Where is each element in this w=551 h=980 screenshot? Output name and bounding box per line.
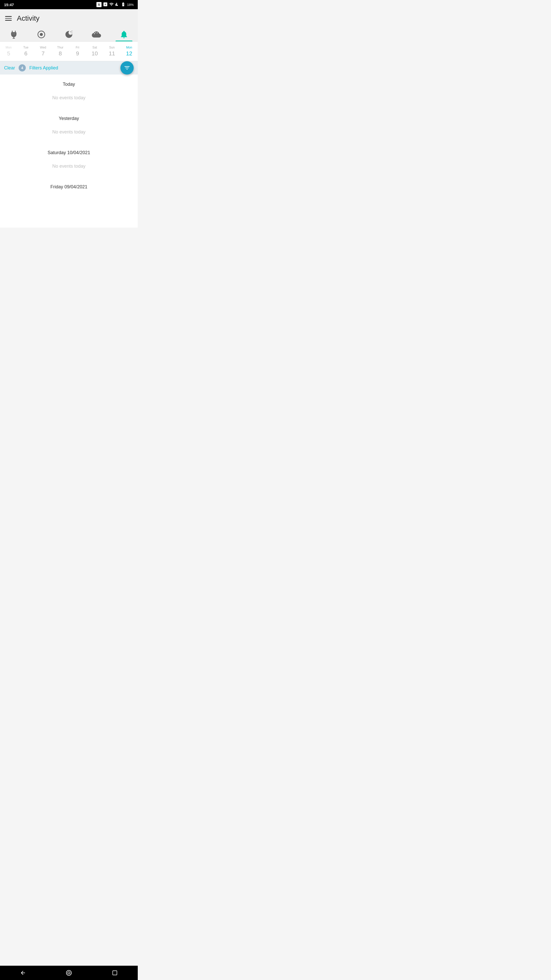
tab-night[interactable]: [60, 27, 77, 41]
yesterday-no-events: No events today: [0, 125, 138, 143]
tab-plug[interactable]: [5, 27, 22, 41]
svg-rect-4: [11, 32, 16, 33]
tab-bell[interactable]: [116, 27, 132, 41]
section-friday-header: Friday 09/04/2021: [0, 177, 138, 194]
svg-point-10: [72, 30, 72, 31]
wifi-icon: [109, 2, 114, 7]
page-title: Activity: [17, 14, 40, 22]
bell-icon: [119, 30, 129, 39]
svg-point-9: [70, 32, 71, 32]
section-yesterday-header: Yesterday: [0, 109, 138, 125]
section-yesterday: Yesterday No events today: [0, 109, 138, 143]
cloud-icon: [92, 30, 101, 39]
status-icons: S 18%: [97, 2, 134, 7]
cal-day-sat10[interactable]: Sat 10: [86, 44, 103, 59]
tab-bar: [0, 25, 138, 41]
cal-day-fri9[interactable]: Fri 9: [69, 44, 86, 59]
app-header: Activity: [0, 9, 138, 25]
svg-rect-5: [13, 33, 14, 35]
menu-button[interactable]: [5, 16, 12, 21]
nfc-icon: [103, 2, 108, 7]
main-content: Today No events today Yesterday No event…: [0, 75, 138, 228]
filter-fab-button[interactable]: [121, 61, 134, 75]
cal-day-wed7[interactable]: Wed 7: [35, 44, 52, 59]
section-saturday-header: Saturday 10/04/2021: [0, 143, 138, 159]
svg-rect-2: [14, 37, 14, 38]
cal-day-sun11[interactable]: Sun 11: [103, 44, 121, 59]
filter-count-badge: 4: [19, 64, 26, 72]
filters-applied-label: Filters Applied: [29, 65, 58, 71]
tab-record[interactable]: [33, 27, 50, 41]
cal-day-mon12[interactable]: Mon 12: [121, 44, 138, 59]
clear-filters-button[interactable]: Clear: [4, 65, 15, 71]
filter-bar: Clear 4 Filters Applied: [0, 61, 138, 75]
section-today-header: Today: [0, 75, 138, 91]
saturday-no-events: No events today: [0, 159, 138, 177]
section-saturday: Saturday 10/04/2021 No events today: [0, 143, 138, 177]
today-no-events: No events today: [0, 91, 138, 109]
svg-point-8: [40, 33, 43, 36]
battery-percent: 18%: [127, 3, 134, 6]
section-friday: Friday 09/04/2021: [0, 177, 138, 194]
record-icon: [37, 30, 46, 39]
signal-icon: [115, 2, 119, 7]
section-today: Today No events today: [0, 75, 138, 109]
night-icon: [64, 30, 74, 39]
tab-cloud[interactable]: [88, 27, 105, 41]
plug-icon: [9, 30, 19, 39]
filter-funnel-icon: [124, 65, 130, 71]
cal-day-thur8[interactable]: Thur 8: [52, 44, 69, 59]
cal-day-tue6[interactable]: Tue 6: [17, 44, 35, 59]
app-badge: S: [97, 2, 102, 7]
svg-rect-6: [14, 33, 15, 35]
cal-day-mon5[interactable]: Mon 5: [0, 44, 17, 59]
calendar-strip: Mon 5 Tue 6 Wed 7 Thur 8 Fri 9 Sat 10 Su…: [0, 41, 138, 61]
svg-point-11: [72, 33, 72, 33]
svg-rect-3: [13, 38, 15, 39]
status-bar: 15:47 S 18%: [0, 0, 138, 9]
battery-icon: [121, 2, 125, 7]
status-time: 15:47: [4, 3, 14, 7]
